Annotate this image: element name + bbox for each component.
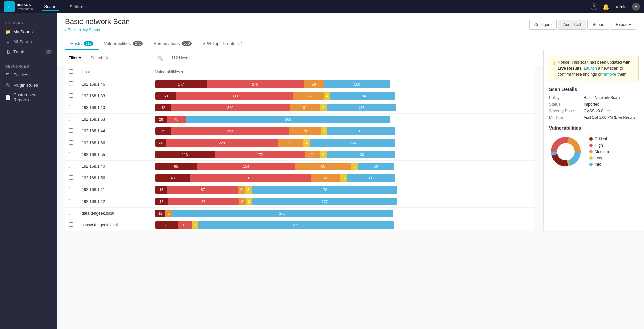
filter-button[interactable]: Filter ▾ (65, 54, 85, 62)
row-checkbox[interactable] (69, 199, 73, 203)
select-all-checkbox[interactable] (69, 69, 73, 74)
host-cell[interactable]: 192.168.1.44 (77, 125, 151, 137)
table-row[interactable]: 192.168.1.40 65 154 88 5 56 (65, 161, 535, 172)
vuln-bar: 60 333 86 4 184 (155, 92, 404, 100)
logo: n nessus Professional (4, 1, 34, 12)
sidebar-item-all-scans[interactable]: ≡ All Scans (0, 37, 57, 47)
host-cell[interactable]: 192.168.1.56 (77, 172, 151, 184)
host-cell[interactable]: 192.168.1.46 (77, 78, 151, 90)
vuln-sort-icon[interactable]: ▾ (181, 70, 183, 74)
vuln-bar: 113 172 29 3 130 (155, 151, 404, 158)
host-cell[interactable]: 192.168.1.11 (77, 184, 151, 196)
row-checkbox-cell (65, 161, 77, 172)
vuln-bar: 15 87 5 3 178 (155, 186, 404, 194)
row-checkbox[interactable] (69, 117, 73, 121)
vuln-bar: 42 320 81 3 186 (155, 104, 404, 111)
row-checkbox[interactable] (69, 152, 73, 156)
bell-icon[interactable]: 🔔 (603, 4, 609, 10)
table-row[interactable]: 192.168.1.53 28 48 508 (65, 114, 535, 125)
host-cell[interactable]: 192.168.1.83 (77, 90, 151, 102)
bar-seg-bar-critical: 39 (155, 127, 171, 135)
notice-remove-link[interactable]: remove (603, 72, 616, 77)
host-cell[interactable]: 192.168.1.66 (77, 137, 151, 149)
back-to-my-scans[interactable]: ‹ Back to My Scans (65, 28, 130, 32)
row-checkbox-cell (65, 172, 77, 184)
table-row[interactable]: 192.168.1.56 48 166 41 3 66 (65, 172, 535, 184)
search-input[interactable] (91, 56, 158, 60)
bar-seg-bar-low: 4 (324, 92, 330, 100)
host-cell[interactable]: data.tehgeek.local (77, 208, 151, 219)
action-buttons: Configure Audit Trail Report Export ▾ (529, 20, 636, 30)
bar-seg-bar-low: 3 (246, 198, 252, 205)
sidebar-item-my-scans[interactable]: 📁 My Scans (0, 26, 57, 37)
host-cell[interactable]: 192.168.1.12 (77, 196, 151, 208)
sidebar-item-customized-reports[interactable]: 📄 Customized Reports (0, 90, 57, 105)
filter-dropdown-icon: ▾ (79, 56, 81, 60)
table-row[interactable]: 192.168.1.10 42 320 81 3 186 (65, 102, 535, 114)
table-row[interactable]: sshsvr.tehgeek.local 26 16 3 225 (65, 219, 535, 231)
tab-hosts[interactable]: Hosts 112 (65, 38, 99, 50)
legend: Critical High Medium (589, 136, 609, 167)
host-cell[interactable]: 192.168.1.40 (77, 161, 151, 172)
donut-svg (549, 135, 583, 168)
table-row[interactable]: 192.168.1.12 15 87 5 3 177 (65, 196, 535, 208)
tab-remediations[interactable]: Remediations 500 (148, 38, 197, 50)
bar-seg-bar-info: 266 (172, 210, 393, 217)
user-avatar[interactable]: A (632, 3, 640, 11)
tab-vpr-top-threats[interactable]: VPR Top Threats 🛡 (197, 38, 247, 50)
row-checkbox[interactable] (69, 222, 73, 227)
table-row[interactable]: 192.168.1.11 15 87 5 3 178 (65, 184, 535, 196)
vuln-bar: 12 5 266 (155, 210, 404, 217)
sidebar-item-trash[interactable]: 🗑 Trash 1 (0, 47, 57, 57)
export-dropdown-icon: ▾ (629, 22, 631, 27)
sidebar-item-plugin-rules[interactable]: 🔌 Plugin Rules (0, 80, 57, 90)
bar-seg-bar-critical: 42 (155, 104, 171, 111)
export-button[interactable]: Export ▾ (611, 20, 636, 30)
host-cell[interactable]: 192.168.1.10 (77, 102, 151, 114)
row-checkbox[interactable] (69, 105, 73, 109)
report-button[interactable]: Report (587, 20, 609, 30)
audit-trail-button[interactable]: Audit Trail (558, 20, 586, 30)
user-label[interactable]: admin (615, 4, 627, 9)
severity-edit-icon[interactable]: ✏ (607, 109, 610, 113)
tab-vulnerabilities[interactable]: Vulnerabilities 272 (99, 38, 148, 50)
row-checkbox-cell (65, 90, 77, 102)
vuln-bar: 22 228 52 4 174 (155, 139, 404, 147)
nav-scans[interactable]: Scans (42, 3, 59, 11)
notice-bold: Live Results (558, 66, 582, 71)
row-checkbox[interactable] (69, 93, 73, 98)
table-row[interactable]: data.tehgeek.local 12 5 266 (65, 208, 535, 219)
severity-label: Severity Base: (549, 109, 581, 113)
bar-seg-bar-medium: 78 (289, 127, 321, 135)
nav-settings[interactable]: Settings (67, 3, 88, 11)
sidebar-item-policies[interactable]: 🛡 Policies (0, 70, 57, 80)
row-checkbox[interactable] (69, 175, 73, 180)
help-icon[interactable]: ? (591, 3, 597, 10)
bar-seg-bar-high: 48 (167, 116, 186, 123)
bar-seg-bar-high: 172 (215, 151, 305, 158)
main-content: Filter ▾ 🔍 112 Hosts (57, 50, 543, 231)
row-checkbox[interactable] (69, 140, 73, 145)
table-row[interactable]: 192.168.1.55 113 172 29 3 130 (65, 149, 535, 161)
header-left: Basic network Scan ‹ Back to My Scans (65, 17, 130, 35)
row-checkbox[interactable] (69, 211, 73, 215)
bar-seg-bar-medium: 88 (295, 163, 351, 170)
row-checkbox[interactable] (69, 187, 73, 191)
configure-button[interactable]: Configure (529, 20, 557, 30)
host-cell[interactable]: sshsvr.tehgeek.local (77, 219, 151, 231)
host-cell[interactable]: 192.168.1.55 (77, 149, 151, 161)
row-checkbox[interactable] (69, 164, 73, 168)
notice-launch-link[interactable]: Launch (584, 66, 597, 71)
host-cell[interactable]: 192.168.1.53 (77, 114, 151, 125)
row-checkbox[interactable] (69, 81, 73, 86)
table-row[interactable]: 192.168.1.44 39 293 78 3 169 (65, 125, 535, 137)
table-row[interactable]: 192.168.1.83 60 333 86 4 184 (65, 90, 535, 102)
row-checkbox[interactable] (69, 128, 73, 133)
bar-seg-bar-medium: 29 (305, 151, 320, 158)
sidebar-label-policies: Policies (13, 72, 29, 77)
detail-status: Status: Imported (549, 102, 639, 107)
bar-seg-bar-critical: 26 (155, 221, 178, 229)
row-checkbox-cell (65, 102, 77, 114)
table-row[interactable]: 192.168.1.66 22 228 52 4 174 (65, 137, 535, 149)
table-row[interactable]: 192.168.1.46 147 278 59 189 (65, 78, 535, 90)
